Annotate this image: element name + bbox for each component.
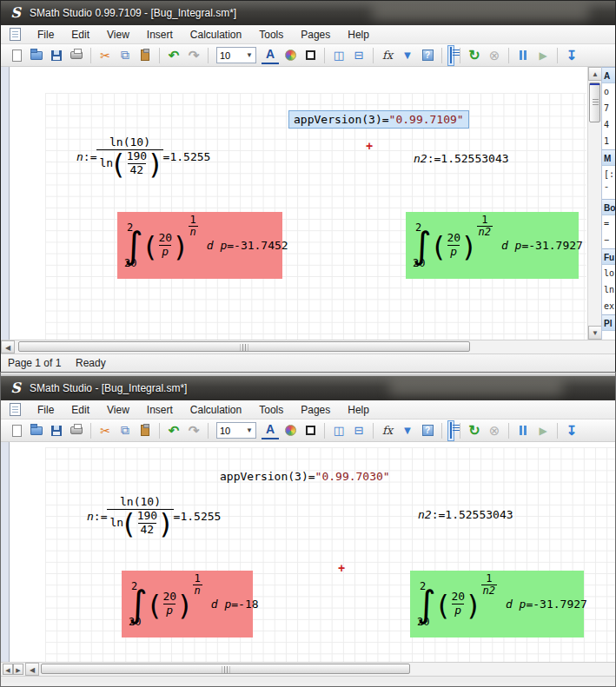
menu-calculation[interactable]: Calculation: [182, 402, 249, 418]
menu-file[interactable]: File: [30, 27, 62, 43]
open-button[interactable]: [28, 47, 45, 64]
background-color-button[interactable]: [282, 422, 299, 439]
debug-run-button[interactable]: ▶: [534, 47, 552, 64]
scroll-up-icon[interactable]: ▲: [588, 67, 602, 81]
font-size-combo[interactable]: 10▼: [216, 47, 256, 63]
paste-button[interactable]: [136, 47, 154, 64]
scroll-left-icon[interactable]: ◀: [3, 664, 13, 675]
filter-button[interactable]: ▼: [399, 422, 416, 439]
menu-help[interactable]: Help: [340, 27, 377, 43]
recalculate-button[interactable]: ↻: [466, 47, 483, 64]
open-button[interactable]: [28, 422, 45, 439]
step-button[interactable]: ↧: [563, 422, 580, 439]
panel-item[interactable]: 1: [602, 133, 615, 149]
panel-functions[interactable]: Fu: [602, 248, 615, 265]
scroll-left-icon[interactable]: ◀: [25, 663, 39, 676]
vertical-separator-button[interactable]: ⊟: [350, 422, 368, 439]
recalculate-button[interactable]: ↻: [466, 422, 483, 439]
integral-green-region[interactable]: 2 ∫ 20 ( 20 p ) 1 n2 d p =-31.792: [406, 212, 579, 279]
new-document-button[interactable]: [8, 422, 25, 439]
font-color-button[interactable]: A: [262, 422, 279, 439]
cut-button[interactable]: ✂: [96, 47, 114, 64]
copy-button[interactable]: ⧉: [116, 47, 134, 64]
panel-item[interactable]: −: [602, 232, 615, 248]
horizontal-separator-button[interactable]: ◫: [330, 422, 348, 439]
panel-item[interactable]: lo: [602, 265, 615, 281]
pane-split-arrows[interactable]: ◀▶: [3, 664, 23, 675]
font-size-combo[interactable]: 10▼: [216, 422, 256, 439]
menu-pages[interactable]: Pages: [293, 402, 338, 418]
step-button[interactable]: ↧: [563, 47, 580, 64]
panel-item[interactable]: 7: [602, 100, 615, 116]
integral-green-region[interactable]: 2 ∫ 20 ( 20 p ) 1 n2 d p =-31.792: [410, 571, 584, 637]
debug-run-button[interactable]: ▶: [534, 422, 552, 439]
panel-item[interactable]: =: [602, 215, 615, 232]
redo-button[interactable]: ↷: [185, 422, 202, 439]
vertical-separator-button[interactable]: ⊟: [350, 47, 368, 64]
cut-button[interactable]: ✂: [96, 422, 114, 439]
panel-item[interactable]: ¯: [602, 182, 615, 199]
menu-file[interactable]: File: [30, 402, 62, 418]
paste-button[interactable]: [136, 422, 154, 439]
pause-button[interactable]: [514, 422, 532, 439]
panel-item[interactable]: 4: [602, 116, 615, 133]
insert-function-button[interactable]: fx: [379, 422, 396, 439]
side-panel-collapsed[interactable]: A o 7 4 1 M [: ¯ Bo = − Fu lo ln ex Pl: [601, 67, 615, 340]
worksheet-canvas[interactable]: appVersion(3)="0.99.7030" n:= ln(10) ln(…: [10, 442, 615, 662]
filter-button[interactable]: ▼: [399, 47, 416, 64]
save-button[interactable]: [48, 47, 65, 64]
menu-insert[interactable]: Insert: [139, 402, 181, 418]
horizontal-scrollbar[interactable]: ◀: [1, 340, 615, 353]
menu-tools[interactable]: Tools: [251, 27, 291, 43]
stop-button[interactable]: ⊗: [486, 47, 503, 64]
print-button[interactable]: [68, 47, 85, 64]
reference-button[interactable]: ?: [419, 422, 436, 439]
undo-button[interactable]: ↶: [165, 422, 182, 439]
side-panels-toggle[interactable]: [447, 45, 454, 66]
print-button[interactable]: [68, 422, 85, 439]
menu-edit[interactable]: Edit: [63, 402, 97, 418]
scroll-down-icon[interactable]: ▼: [588, 326, 602, 340]
new-document-button[interactable]: [8, 47, 25, 64]
copy-button[interactable]: ⧉: [116, 422, 134, 439]
n2-definition-region[interactable]: n2:=1.52553043: [414, 152, 509, 165]
reference-button[interactable]: ?: [419, 47, 436, 64]
menu-edit[interactable]: Edit: [63, 27, 97, 43]
insert-function-button[interactable]: fx: [379, 47, 396, 64]
titlebar[interactable]: S SMath Studio 0.99.7109 - [Bug_Integral…: [1, 1, 615, 25]
menu-view[interactable]: View: [99, 27, 137, 43]
panel-arithmetic[interactable]: A: [602, 67, 615, 83]
vertical-scrollbar[interactable]: ▲ ▼: [587, 67, 601, 340]
menu-view[interactable]: View: [99, 402, 137, 418]
horizontal-scroll-thumb[interactable]: [18, 341, 470, 352]
n-definition-region[interactable]: n:= ln(10) ln( 190 42 ) =1.5255: [76, 136, 210, 177]
panel-item[interactable]: [:: [602, 166, 615, 182]
appversion-region[interactable]: appVersion(3)="0.99.7030": [220, 470, 390, 483]
n2-definition-region[interactable]: n2:=1.52553043: [418, 508, 513, 521]
panel-item[interactable]: o: [602, 83, 615, 100]
border-button[interactable]: [301, 47, 319, 64]
horizontal-scrollbar[interactable]: ◀▶ ◀: [1, 662, 615, 676]
menu-calculation[interactable]: Calculation: [182, 27, 249, 43]
menu-pages[interactable]: Pages: [293, 27, 338, 43]
worksheet-canvas[interactable]: appVersion(3)="0.99.7109" + n:= ln(10) l…: [10, 67, 586, 340]
panel-item[interactable]: ln: [602, 281, 615, 298]
redo-button[interactable]: ↷: [185, 47, 202, 64]
panel-matrices[interactable]: M: [602, 149, 615, 166]
menu-tools[interactable]: Tools: [251, 402, 291, 418]
titlebar[interactable]: S SMath Studio - [Bug_Integral.sm*]: [1, 376, 615, 400]
save-button[interactable]: [48, 422, 65, 439]
scroll-right-icon[interactable]: ▶: [13, 664, 23, 675]
panel-boolean[interactable]: Bo: [602, 199, 615, 215]
panel-plot[interactable]: Pl: [602, 314, 615, 331]
integral-red-region[interactable]: 2 ∫ 20 ( 20 p ) 1 n d p =-18: [122, 571, 253, 637]
n-definition-region[interactable]: n:= ln(10) ln( 190 42 ) =1.5255: [87, 496, 221, 537]
horizontal-scroll-thumb[interactable]: [41, 664, 410, 674]
appversion-region[interactable]: appVersion(3)="0.99.7109": [288, 110, 469, 129]
pause-button[interactable]: [514, 47, 532, 64]
side-panels-toggle[interactable]: [447, 420, 454, 441]
horizontal-separator-button[interactable]: ◫: [330, 47, 348, 64]
font-color-button[interactable]: A: [262, 47, 279, 64]
panel-item[interactable]: ex: [602, 298, 615, 314]
integral-red-region[interactable]: 2 ∫ 20 ( 20 p ) 1 n d p =-31.7452: [117, 212, 282, 279]
